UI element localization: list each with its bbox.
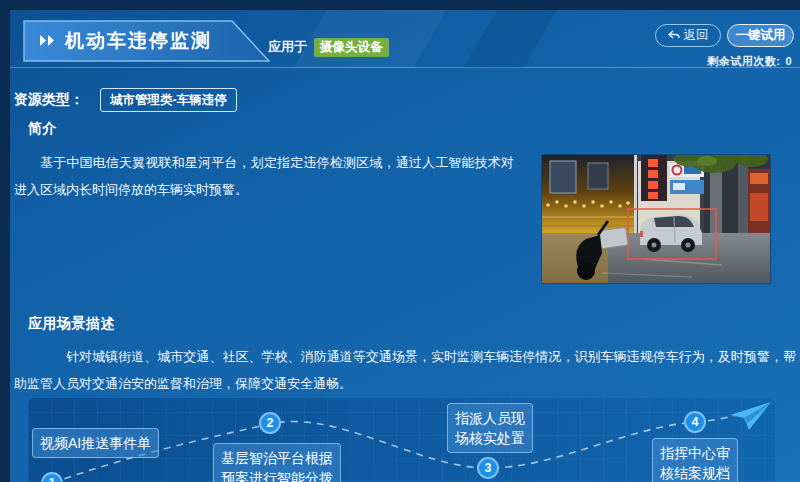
applied-to-label: 应用于 (268, 38, 307, 56)
street-scene-illustration (542, 155, 770, 283)
back-button[interactable]: 返回 (655, 24, 721, 47)
send-plane-icon (728, 400, 774, 436)
flow-step-4-box: 指挥中心审核结案规档 (652, 438, 738, 482)
resource-type-tag: 城市管理类-车辆违停 (100, 88, 237, 112)
resource-type-row: 资源类型： 城市管理类-车辆违停 (14, 88, 237, 112)
workflow-panel: 视频AI推送事件单 基层智治平台根据预案进行智能分拨 指派人员现场核实处置 指挥… (28, 398, 775, 482)
scenario-paragraph: 针对城镇街道、城市交通、社区、学校、消防通道等交通场景，实时监测车辆违停情况，识… (14, 343, 796, 397)
title-banner: 机动车违停监测 (23, 20, 270, 62)
resource-type-label: 资源类型： (14, 91, 84, 109)
scene-photo (542, 155, 770, 283)
page-title: 机动车违停监测 (65, 20, 255, 62)
one-click-trial-button[interactable]: 一键试用 (727, 24, 794, 47)
flow-step-3-box: 指派人员现场核实处置 (447, 403, 533, 453)
flow-step-4-badge: 4 (684, 411, 706, 433)
header-decor-streak (463, 10, 556, 68)
flow-step-2-badge: 2 (259, 412, 281, 434)
flow-step-1-box: 视频AI推送事件单 (32, 428, 159, 458)
back-button-label: 返回 (684, 27, 709, 44)
page: 机动车违停监测 应用于 摄像头设备 返回 一键试用 剩余试用次数:0 资源类型：… (0, 0, 800, 482)
remaining-trials: 剩余试用次数:0 (707, 54, 792, 69)
flow-step-2-box: 基层智治平台根据预案进行智能分拨 (213, 443, 341, 482)
remaining-trials-label: 剩余试用次数: (707, 55, 780, 67)
back-arrow-icon (668, 29, 680, 43)
remaining-trials-count: 0 (785, 55, 792, 67)
intro-paragraph: 基于中国电信天翼视联和星河平台，划定指定违停检测区域，通过人工智能技术对进入区域… (14, 149, 514, 203)
flow-step-3-badge: 3 (477, 457, 499, 479)
page-header: 机动车违停监测 应用于 摄像头设备 返回 一键试用 剩余试用次数:0 (10, 10, 800, 68)
trial-button-label: 一键试用 (736, 27, 786, 44)
intro-heading: 简介 (28, 120, 57, 138)
scenario-heading: 应用场景描述 (28, 315, 115, 333)
applied-to-tag: 摄像头设备 (314, 38, 389, 57)
applied-to: 应用于 摄像头设备 (268, 37, 389, 57)
content-area: 机动车违停监测 应用于 摄像头设备 返回 一键试用 剩余试用次数:0 资源类型：… (10, 10, 800, 482)
